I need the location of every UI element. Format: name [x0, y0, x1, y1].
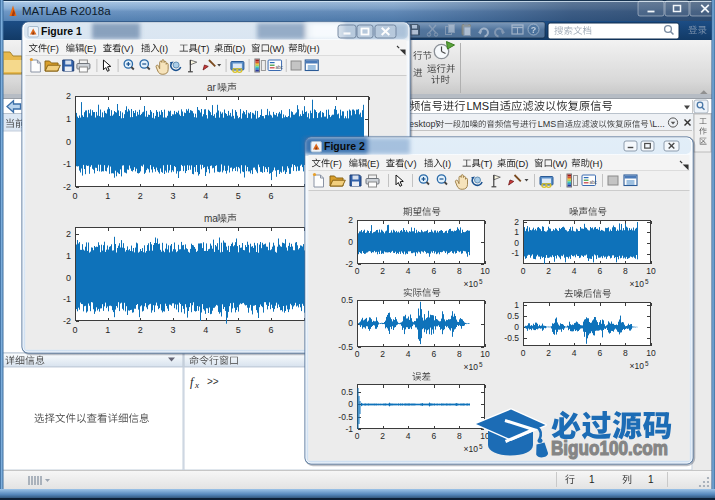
svg-text:×10: ×10	[630, 279, 645, 289]
svg-text:0: 0	[72, 191, 77, 201]
svg-text:2: 2	[546, 348, 551, 358]
svg-text:0: 0	[355, 349, 360, 359]
svg-text:-0.5: -0.5	[338, 342, 353, 352]
svg-text:1: 1	[105, 191, 110, 201]
svg-text:6: 6	[268, 191, 273, 201]
svg-text:5: 5	[236, 191, 241, 201]
svg-text:-1: -1	[63, 294, 71, 304]
svg-text:LMS: LMS	[467, 100, 490, 112]
svg-text:Figure 2: Figure 2	[324, 140, 365, 152]
svg-text:>>: >>	[207, 376, 219, 387]
svg-text:1: 1	[66, 251, 71, 261]
svg-text:(F): (F)	[47, 43, 59, 54]
svg-text:(W): (W)	[552, 158, 567, 169]
svg-text:(V): (V)	[404, 158, 417, 169]
svg-text:0: 0	[355, 431, 360, 441]
svg-text:(I): (I)	[159, 43, 168, 54]
svg-text:(I): (I)	[442, 158, 451, 169]
svg-text:1: 1	[648, 474, 654, 485]
svg-text:5: 5	[479, 443, 483, 450]
svg-text:4: 4	[406, 431, 411, 441]
svg-text:4: 4	[203, 325, 208, 335]
svg-text:ar: ar	[207, 82, 217, 93]
svg-text:abc: abc	[590, 180, 598, 185]
svg-text:(D): (D)	[232, 43, 245, 54]
svg-text:5: 5	[645, 278, 649, 285]
svg-text:(E): (E)	[84, 43, 97, 54]
svg-text:(F): (F)	[330, 158, 342, 169]
svg-text:10: 10	[646, 348, 656, 358]
svg-text:(V): (V)	[121, 43, 134, 54]
svg-text:×10: ×10	[464, 279, 479, 289]
svg-text:6: 6	[431, 349, 436, 359]
svg-text:2: 2	[138, 191, 143, 201]
svg-text:0: 0	[521, 348, 526, 358]
svg-text:MATLAB R2018a: MATLAB R2018a	[22, 5, 111, 17]
svg-text:2: 2	[138, 325, 143, 335]
svg-text:10: 10	[646, 266, 656, 276]
svg-text:2: 2	[348, 215, 353, 225]
svg-text:6: 6	[268, 325, 273, 335]
svg-text:0: 0	[348, 318, 353, 328]
svg-text:0: 0	[348, 237, 353, 247]
svg-text:0: 0	[72, 325, 77, 335]
svg-text:(E): (E)	[367, 158, 380, 169]
svg-text:2: 2	[66, 91, 71, 101]
svg-text:4: 4	[572, 266, 577, 276]
svg-text:-0.5: -0.5	[338, 412, 353, 422]
svg-text:2: 2	[546, 266, 551, 276]
svg-text:5: 5	[479, 278, 483, 285]
svg-text:6: 6	[431, 431, 436, 441]
svg-text:0: 0	[521, 266, 526, 276]
svg-text:8: 8	[623, 348, 628, 358]
svg-text:2: 2	[380, 349, 385, 359]
svg-text:ma: ma	[204, 213, 218, 224]
svg-text:\L...: \L...	[650, 119, 665, 129]
svg-text:0: 0	[66, 273, 71, 283]
svg-text:1: 1	[105, 325, 110, 335]
svg-text:1: 1	[589, 474, 595, 485]
svg-text:8: 8	[457, 349, 462, 359]
svg-text:8: 8	[623, 266, 628, 276]
svg-text:0: 0	[66, 137, 71, 147]
svg-text:-0.5: -0.5	[504, 333, 519, 343]
svg-text:(D): (D)	[515, 158, 528, 169]
svg-text:Figure 1: Figure 1	[41, 25, 82, 37]
svg-text:(H): (H)	[307, 43, 320, 54]
svg-text:(T): (T)	[480, 158, 492, 169]
svg-text:-1: -1	[511, 248, 519, 258]
svg-text:2: 2	[380, 431, 385, 441]
svg-text:4: 4	[406, 266, 411, 276]
svg-text:?: ?	[531, 25, 537, 35]
svg-text:0: 0	[514, 322, 519, 332]
svg-text:x: x	[194, 380, 199, 390]
svg-text:abc: abc	[276, 65, 284, 70]
svg-text:3: 3	[170, 191, 175, 201]
svg-text:6: 6	[597, 266, 602, 276]
svg-text:-2: -2	[63, 316, 71, 326]
svg-text:6: 6	[597, 348, 602, 358]
svg-text:5: 5	[645, 360, 649, 367]
svg-text:(T): (T)	[197, 43, 209, 54]
svg-text:4: 4	[406, 349, 411, 359]
svg-text:5: 5	[236, 325, 241, 335]
svg-text:0.5: 0.5	[341, 295, 353, 305]
svg-text:esktop\: esktop\	[409, 119, 439, 129]
svg-text:LMS: LMS	[538, 119, 557, 129]
svg-text:-1: -1	[63, 159, 71, 169]
svg-text:×10: ×10	[630, 361, 645, 371]
svg-text:8: 8	[457, 266, 462, 276]
svg-text:2: 2	[66, 229, 71, 239]
svg-text:1: 1	[514, 227, 519, 237]
svg-text:4: 4	[203, 191, 208, 201]
svg-text:0: 0	[355, 266, 360, 276]
svg-text:×10: ×10	[464, 444, 479, 454]
svg-text:-1: -1	[345, 424, 353, 434]
svg-text:8: 8	[457, 431, 462, 441]
svg-text:-2: -2	[63, 182, 71, 192]
svg-text:10: 10	[480, 349, 490, 359]
svg-text:2: 2	[380, 266, 385, 276]
svg-text:6: 6	[431, 266, 436, 276]
svg-text:5: 5	[479, 361, 483, 368]
svg-text:4: 4	[572, 348, 577, 358]
